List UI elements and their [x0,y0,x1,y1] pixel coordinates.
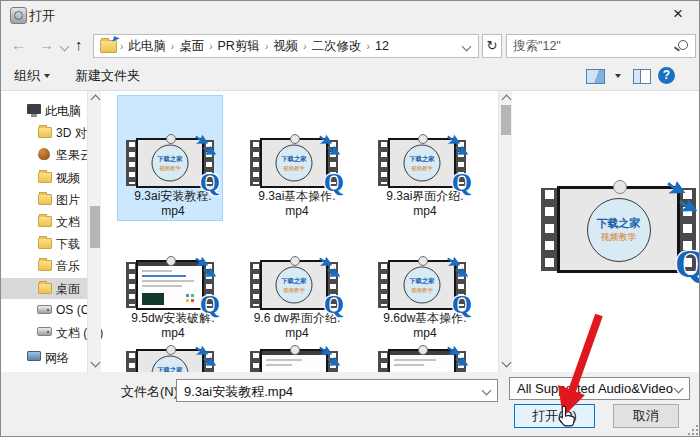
preview-pane-icon[interactable] [633,69,651,84]
disk-icon [37,327,52,336]
sidebar-item-nutstore[interactable]: 坚果云 [1,144,87,165]
disk-icon [37,305,52,314]
organize-dropdown-icon [44,74,50,78]
folder-icon [38,172,52,183]
sidebar-item-os-c[interactable]: OS (C:) [1,300,87,321]
scroll-down-icon[interactable] [90,358,100,368]
open-file-dialog: 打开 × ← → ↑ › 此电脑› 桌面› PR剪辑› 视频› 二次修改› 12… [0,0,700,437]
folder-icon [38,283,52,294]
scrollbar-thumb[interactable] [90,206,100,248]
sidebar-item-pictures[interactable]: 图片 [1,189,87,210]
close-icon[interactable]: × [661,1,695,27]
file-thumbnail[interactable]: 下载之家视频教学 Q [378,138,466,188]
breadcrumb-second-edit[interactable]: 二次修改 [308,38,366,55]
breadcrumb-pr-edit[interactable]: PR剪辑 [214,38,264,55]
forward-icon[interactable]: → [39,36,54,53]
logo-thumbnail: 下载之家视频教学 [404,145,441,182]
file-thumbnail-partial[interactable] [378,349,466,372]
folder-icon [38,260,52,271]
file-thumbnail[interactable]: 下载之家视频教学 Q [250,138,338,188]
sidebar-item-videos[interactable]: 视频 [1,167,87,188]
preview-thumbnail: 下载之家视频教学 Q [541,186,696,273]
cancel-button[interactable]: 取消 [613,404,679,428]
quicktime-icon: Q [200,290,220,320]
title-bar: 打开 × [1,1,699,28]
file-thumbnail-partial[interactable] [250,349,338,372]
search-icon[interactable] [678,40,688,50]
scroll-down-icon[interactable] [501,358,511,368]
sidebar-item-3d-objects[interactable]: 3D 对象 [1,122,87,143]
sidebar-item-docs-d[interactable]: 文档 (D:) [1,322,87,343]
filetype-select[interactable]: All Supported Audio&Video [509,377,690,400]
logo-thumbnail: 下载之家视频教学 [152,356,189,373]
search-value: 搜索"12" [513,39,561,53]
dialog-body: 此电脑 3D 对象 坚果云 视频 图片 文档 下载 音乐 桌面 OS (C:) … [1,91,700,372]
recent-locations-icon[interactable] [60,42,70,52]
sidebar-item-downloads[interactable]: 下载 [1,233,87,254]
filename-value: 9.3ai安装教程.mp4 [184,383,293,401]
dialog-footer: 文件名(N): 9.3ai安装教程.mp4 All Supported Audi… [1,372,700,437]
breadcrumb-desktop[interactable]: 桌面 [175,38,208,55]
network-icon [27,351,41,361]
logo-thumbnail: 下载之家视频教学 [152,145,189,182]
computer-icon [27,104,41,114]
quicktime-icon: Q [675,240,700,287]
webpage-thumbnail [138,262,202,308]
help-icon[interactable]: ? [658,67,675,84]
folder-icon [38,216,52,227]
app-icon [10,7,27,24]
logo-thumbnail: 下载之家视频教学 [276,145,313,182]
filename-dropdown-icon[interactable] [482,386,492,396]
filename-label: 文件名(N): [121,383,182,401]
address-dropdown-icon[interactable] [462,41,472,51]
back-icon[interactable]: ← [11,36,26,53]
file-list-scrollbar[interactable] [498,91,512,372]
file-list: 下载之家视频教学 Q 9.3ai安装教程.mp4 下载之家视频教学 Q 9.3a… [101,91,498,372]
location-folder-icon [100,40,117,53]
logo-thumbnail: 下载之家视频教学 [404,267,441,304]
filetype-dropdown-icon[interactable] [674,384,684,394]
sidebar-scrollbar[interactable] [87,91,101,372]
breadcrumb-this-pc[interactable]: 此电脑 [124,38,170,55]
file-thumbnail[interactable]: 下载之家视频教学 Q [126,138,214,188]
file-thumbnail[interactable]: 下载之家视频教学 Q [378,260,466,310]
file-thumbnail[interactable]: 下载之家视频教学 Q [250,260,338,310]
folder-icon [38,194,52,205]
open-button[interactable]: 打开(O) [514,404,595,428]
resize-grip[interactable] [688,425,698,435]
sidebar-item-network[interactable]: 网络 [1,347,87,368]
view-mode-icon[interactable] [586,69,605,84]
quicktime-icon: Q [324,168,344,198]
file-thumbnail-partial[interactable]: 下载之家视频教学 [126,349,214,372]
refresh-icon[interactable]: ↻ [482,34,502,58]
breadcrumb-12[interactable]: 12 [371,39,393,53]
command-toolbar: 组织 新建文件夹 ? [1,61,699,91]
folder-icon [38,238,52,249]
up-icon[interactable]: ↑ [75,36,83,53]
sidebar-item-documents[interactable]: 文档 [1,211,87,232]
filename-input[interactable]: 9.3ai安装教程.mp4 [176,379,498,402]
sidebar-item-this-pc[interactable]: 此电脑 [1,100,87,121]
logo-thumbnail: 下载之家视频教学 [587,198,651,262]
new-folder-button[interactable]: 新建文件夹 [75,67,140,85]
sidebar-item-music[interactable]: 音乐 [1,255,87,276]
quicktime-icon: Q [452,290,472,320]
folder-icon [38,127,52,138]
scrollbar-thumb[interactable] [501,105,511,135]
filetype-value: All Supported Audio&Video [517,381,673,396]
file-thumbnail[interactable]: Q [126,260,214,310]
nutstore-icon [38,148,50,160]
scroll-up-icon[interactable] [90,95,100,105]
logo-thumbnail: 下载之家视频教学 [276,267,313,304]
search-input[interactable]: 搜索"12" [506,34,696,58]
scroll-up-icon[interactable] [501,95,511,105]
breadcrumb-videos[interactable]: 视频 [269,38,302,55]
quicktime-icon: Q [452,168,472,198]
sidebar-item-desktop[interactable]: 桌面 [1,278,87,299]
organize-button[interactable]: 组织 [14,67,50,85]
view-dropdown-icon[interactable] [615,74,621,78]
dialog-title: 打开 [29,7,55,25]
breadcrumb[interactable]: › 此电脑› 桌面› PR剪辑› 视频› 二次修改› 12 [93,34,479,58]
quicktime-icon: Q [324,290,344,320]
quicktime-icon: Q [200,168,220,198]
